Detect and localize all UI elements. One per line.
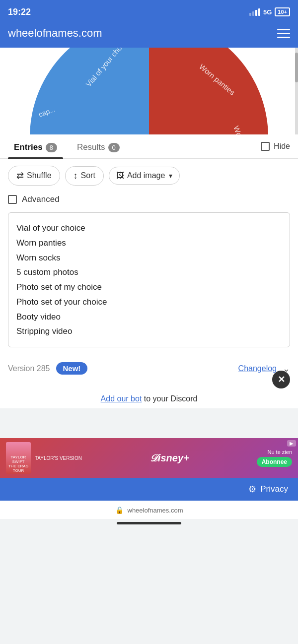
abonnee-button[interactable]: Abonnee [257, 457, 292, 467]
image-icon: 🖼 [116, 171, 124, 180]
scrollbar-thumb[interactable] [295, 53, 298, 82]
hide-checkbox[interactable] [261, 142, 270, 151]
ad-banner: TAYLOR SWIFTTHE ERAS TOUR TAYLOR'S VERSI… [0, 438, 298, 478]
tab-hide[interactable]: Hide [261, 142, 290, 151]
tab-results-badge: 0 [108, 143, 120, 152]
close-button[interactable]: ✕ [272, 371, 290, 388]
discord-row: Add our bot to your Discord [0, 385, 298, 408]
tab-entries-badge: 8 [46, 143, 57, 152]
privacy-button[interactable]: ⚙ Privacy [0, 478, 298, 501]
entry-item: Stripping video [16, 324, 282, 339]
discord-link[interactable]: Add our bot [101, 394, 142, 403]
add-image-chevron-icon: ▾ [169, 172, 172, 180]
signal-icon [249, 8, 260, 16]
entry-item: Booty video [16, 310, 282, 324]
status-icons: 5G 10+ [249, 7, 290, 16]
shuffle-icon: ⇄ [16, 170, 24, 181]
discord-text: to your Discord [142, 394, 197, 403]
bottom-url: wheelofnames.com [128, 507, 183, 514]
home-indicator[interactable] [117, 522, 181, 524]
main-content: Entries 8 Results 0 Hide ⇄ Shuffle ↕ Sor… [0, 134, 298, 408]
sort-icon: ↕ [74, 171, 78, 181]
disney-area: 𝒟isney+ [82, 452, 257, 464]
tab-hide-label: Hide [274, 142, 290, 151]
tab-entries-label: Entries [14, 142, 43, 152]
version-row: Version 285 New! Changelog ⌄ [0, 357, 298, 385]
browser-url: wheelofnames.com [8, 27, 102, 40]
new-badge: New! [56, 362, 88, 375]
tab-results-label: Results [77, 142, 105, 152]
ad-right: Nu te zien Abonnee [257, 449, 292, 467]
entry-item: Photo set of my choice [16, 280, 282, 295]
ad-indicator: ▶ [287, 440, 296, 447]
menu-button[interactable] [277, 29, 290, 38]
lock-icon: 🔒 [115, 506, 124, 514]
entry-item: Photo set of your choice [16, 295, 282, 310]
sort-label: Sort [81, 171, 95, 180]
entries-box[interactable]: Vial of your choice Worn panties Worn so… [8, 212, 290, 347]
entry-item: Worn panties [16, 236, 282, 251]
advanced-checkbox[interactable] [8, 195, 17, 204]
toolbar: ⇄ Shuffle ↕ Sort 🖼 Add image ▾ [0, 159, 298, 193]
status-time: 19:22 [8, 7, 31, 17]
advanced-row: Advanced [0, 193, 298, 212]
ad-image: TAYLOR SWIFTTHE ERAS TOUR [6, 442, 31, 474]
close-btn-area: ✕ [0, 408, 298, 438]
tab-entries[interactable]: Entries 8 [8, 134, 63, 158]
wheel-area[interactable]: Vial of your choi... Worn panties Worn s… [0, 48, 298, 134]
gear-icon: ⚙ [248, 484, 256, 495]
changelog-link[interactable]: Changelog [238, 364, 277, 373]
add-image-button[interactable]: 🖼 Add image ▾ [109, 167, 180, 185]
disney-logo: 𝒟isney+ [149, 452, 189, 464]
entry-item: Vial of your choice [16, 221, 282, 236]
tabs-bar: Entries 8 Results 0 Hide [0, 134, 298, 159]
shuffle-label: Shuffle [27, 171, 52, 180]
status-bar: 19:22 5G 10+ [0, 0, 298, 22]
browser-bar: wheelofnames.com [0, 22, 298, 48]
sort-button[interactable]: ↕ Sort [65, 166, 104, 186]
network-type: 5G [263, 8, 272, 16]
battery-indicator: 10+ [275, 7, 290, 16]
ad-text: TAYLOR'S VERSION [35, 455, 82, 461]
tab-results[interactable]: Results 0 [71, 134, 126, 158]
nu-te-zien-text: Nu te zien [267, 449, 292, 455]
entry-item: Worn socks [16, 251, 282, 265]
add-image-label: Add image [127, 171, 165, 180]
wheel-svg: Vial of your choi... Worn panties Worn s… [30, 48, 268, 134]
privacy-label: Privacy [260, 484, 288, 494]
advanced-label: Advanced [22, 194, 60, 204]
ad-left: TAYLOR SWIFTTHE ERAS TOUR TAYLOR'S VERSI… [6, 442, 82, 474]
scrollbar-track[interactable] [295, 48, 298, 134]
version-text: Version 285 [8, 364, 50, 373]
entry-item: 5 custom photos [16, 265, 282, 280]
bottom-bar: 🔒 wheelofnames.com [0, 501, 298, 519]
shuffle-button[interactable]: ⇄ Shuffle [8, 166, 60, 186]
